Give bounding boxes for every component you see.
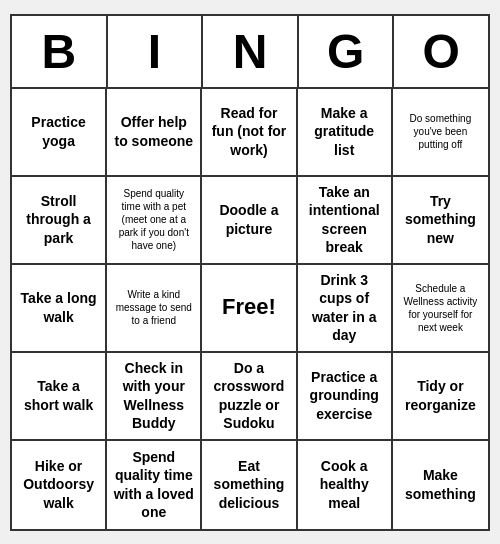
bingo-cell: Read for fun (not for work): [202, 89, 297, 177]
bingo-cell: Hike or Outdoorsy walk: [12, 441, 107, 529]
bingo-cell: Stroll through a park: [12, 177, 107, 265]
bingo-cell: Do something you've been putting off: [393, 89, 488, 177]
bingo-cell: Cook a healthy meal: [298, 441, 393, 529]
bingo-cell: Spend quality time with a loved one: [107, 441, 202, 529]
bingo-cell: Drink 3 cups of water in a day: [298, 265, 393, 353]
bingo-cell: Take an intentional screen break: [298, 177, 393, 265]
header-letter: I: [108, 16, 204, 89]
bingo-cell: Schedule a Wellness activity for yoursel…: [393, 265, 488, 353]
bingo-cell: Try something new: [393, 177, 488, 265]
bingo-cell: Take a short walk: [12, 353, 107, 441]
bingo-cell: Do a crossword puzzle or Sudoku: [202, 353, 297, 441]
bingo-card: BINGO Practice yogaOffer help to someone…: [10, 14, 490, 531]
header-letter: N: [203, 16, 299, 89]
bingo-cell: Take a long walk: [12, 265, 107, 353]
bingo-cell: Make something: [393, 441, 488, 529]
bingo-cell: Eat something delicious: [202, 441, 297, 529]
bingo-cell: Make a gratitude list: [298, 89, 393, 177]
bingo-cell: Offer help to someone: [107, 89, 202, 177]
header-letter: B: [12, 16, 108, 89]
bingo-cell: Doodle a picture: [202, 177, 297, 265]
bingo-cell: Practice a grounding exercise: [298, 353, 393, 441]
bingo-cell: Free!: [202, 265, 297, 353]
header-letter: G: [299, 16, 395, 89]
bingo-cell: Write a kind message to send to a friend: [107, 265, 202, 353]
bingo-header: BINGO: [12, 16, 488, 89]
bingo-cell: Practice yoga: [12, 89, 107, 177]
bingo-grid: Practice yogaOffer help to someoneRead f…: [12, 89, 488, 529]
bingo-cell: Spend quality time with a pet (meet one …: [107, 177, 202, 265]
header-letter: O: [394, 16, 488, 89]
bingo-cell: Check in with your Wellness Buddy: [107, 353, 202, 441]
bingo-cell: Tidy or reorganize: [393, 353, 488, 441]
